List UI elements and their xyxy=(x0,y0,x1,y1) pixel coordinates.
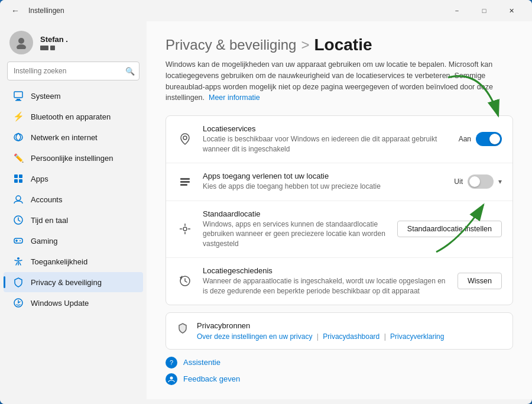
privacy-link-instellingen[interactable]: Over deze instellingen en uw privacy xyxy=(197,332,312,341)
feedback-icon xyxy=(166,373,177,385)
settings-section-main: Locatieservices Locatie is beschikbaar v… xyxy=(166,115,513,305)
locatieservices-toggle[interactable] xyxy=(476,132,502,146)
svg-rect-3 xyxy=(17,99,20,100)
search-icon: 🔍 xyxy=(125,67,135,76)
sidebar-item-label: Systeem xyxy=(31,92,61,101)
user-profile[interactable]: Stefan . xyxy=(0,21,147,62)
svg-rect-21 xyxy=(180,184,187,186)
apps-toegang-desc: Kies de apps die toegang hebben tot uw p… xyxy=(203,182,445,192)
maximize-button[interactable]: □ xyxy=(471,0,498,21)
breadcrumb-parent[interactable]: Privacy & beveiliging xyxy=(166,37,296,53)
svg-rect-2 xyxy=(14,92,22,98)
breadcrumb-separator: > xyxy=(301,37,309,53)
user-dots xyxy=(40,46,68,50)
bottom-links: ? Assistentie Feedback geven xyxy=(166,357,513,385)
sidebar-item-label: Privacy & beveiliging xyxy=(31,278,102,287)
sidebar-item-systeem[interactable]: Systeem xyxy=(4,86,143,106)
apps-toegang-text: Apps toegang verlenen tot uw locatie Kie… xyxy=(203,172,445,192)
persoonlijk-icon: ✏️ xyxy=(13,153,24,163)
main-layout: Stefan . 🔍 Sy xyxy=(0,21,532,404)
search-input[interactable] xyxy=(7,62,140,80)
privacy-card-icon xyxy=(177,322,189,337)
standaardlocatie-desc: Windows, apps en services kunnen de stan… xyxy=(203,219,388,249)
sidebar-item-label: Gaming xyxy=(31,237,58,245)
svg-point-15 xyxy=(20,240,21,241)
sidebar-item-label: Persoonlijke instellingen xyxy=(31,154,113,163)
sidebar-item-label: Apps xyxy=(31,174,48,183)
sidebar-item-accounts[interactable]: Accounts xyxy=(4,189,143,209)
locatiegeschiedenis-control: Wissen xyxy=(458,273,502,289)
minimize-button[interactable]: − xyxy=(443,0,471,21)
sidebar-item-persoonlijk[interactable]: ✏️ Persoonlijke instellingen xyxy=(4,148,143,168)
privacy-card: Privacybronnen Over deze instellingen en… xyxy=(166,312,513,350)
close-button[interactable]: ✕ xyxy=(498,0,525,21)
svg-rect-8 xyxy=(14,179,18,183)
page-title: Locatie xyxy=(314,35,372,54)
meer-informatie-link[interactable]: Meer informatie xyxy=(209,93,260,102)
toegankelijkheid-icon xyxy=(13,256,24,267)
svg-rect-9 xyxy=(19,179,22,183)
avatar xyxy=(9,31,33,54)
locatieservices-text: Locatieservices Locatie is beschikbaar v… xyxy=(203,124,449,154)
sidebar-item-wrapper-systeem: Systeem xyxy=(0,86,147,106)
locatiegeschiedenis-desc: Wanneer de apparaatlocatie is ingeschake… xyxy=(203,276,448,296)
apps-toegang-toggle[interactable] xyxy=(468,174,494,189)
window-controls: − □ ✕ xyxy=(443,0,525,21)
locatieservices-title: Locatieservices xyxy=(203,124,449,133)
locatieservices-toggle-label: Aan xyxy=(459,135,471,143)
wissen-button[interactable]: Wissen xyxy=(458,273,502,289)
locatiegeschiedenis-text: Locatiegeschiedenis Wanneer de apparaatl… xyxy=(203,266,448,296)
svg-rect-4 xyxy=(15,100,21,101)
apps-icon xyxy=(13,173,24,184)
privacy-card-title: Privacybronnen xyxy=(197,321,444,330)
sidebar-item-label: Windows Update xyxy=(31,299,89,308)
gaming-icon xyxy=(13,235,24,246)
assistentie-icon: ? xyxy=(166,357,177,369)
svg-point-22 xyxy=(183,227,187,231)
window-title: Instellingen xyxy=(28,7,443,15)
assistentie-link[interactable]: ? Assistentie xyxy=(166,357,513,369)
svg-point-28 xyxy=(170,376,173,379)
standaardlocatie-button[interactable]: Standaardlocatie instellen xyxy=(397,221,502,237)
sidebar-item-toegankelijkheid[interactable]: Toegankelijkheid xyxy=(4,251,143,272)
locatieservices-desc: Locatie is beschikbaar voor Windows en i… xyxy=(203,134,449,154)
svg-point-18 xyxy=(183,136,187,140)
locatiegeschiedenis-title: Locatiegeschiedenis xyxy=(203,266,448,275)
privacy-link-verklaring[interactable]: Privacyverklaring xyxy=(390,332,444,341)
sidebar-item-update[interactable]: Windows Update xyxy=(4,293,143,313)
svg-rect-19 xyxy=(180,178,190,180)
svg-point-16 xyxy=(17,257,20,260)
svg-rect-6 xyxy=(14,174,18,178)
apps-toegang-chevron[interactable]: ▾ xyxy=(498,177,502,186)
privacy-link-dashboard[interactable]: Privacydashboard xyxy=(323,332,379,341)
sidebar-item-gaming[interactable]: Gaming xyxy=(4,231,143,251)
standaardlocatie-control: Standaardlocatie instellen xyxy=(397,221,502,237)
locatiegeschiedenis-icon xyxy=(177,273,193,289)
breadcrumb: Privacy & beveiliging > Locatie xyxy=(166,35,513,54)
privacy-card-links: Over deze instellingen en uw privacy | P… xyxy=(197,332,444,341)
sidebar: Stefan . 🔍 Sy xyxy=(0,21,147,404)
apps-toegang-row: Apps toegang verlenen tot uw locatie Kie… xyxy=(166,163,512,201)
sidebar-item-label: Toegankelijkheid xyxy=(31,257,87,266)
locatieservices-icon xyxy=(177,131,193,147)
sidebar-item-tijd[interactable]: Tijd en taal xyxy=(4,210,143,230)
sidebar-item-apps[interactable]: Apps xyxy=(4,169,143,189)
netwerk-icon xyxy=(13,132,24,143)
back-button[interactable]: ← xyxy=(7,2,24,19)
apps-toegang-control: Uit ▾ xyxy=(454,174,502,189)
settings-window: ← Instellingen − □ ✕ Stefan . xyxy=(0,0,532,404)
content-area: Privacy & beveiliging > Locatie Windows … xyxy=(147,21,532,399)
svg-point-0 xyxy=(18,38,24,44)
toggle-thumb xyxy=(489,134,500,144)
locatiegeschiedenis-row: Locatiegeschiedenis Wanneer de apparaatl… xyxy=(166,258,512,305)
locatieservices-control: Aan xyxy=(459,132,502,146)
sidebar-nav: Systeem ⚡ Bluetooth en apparaten xyxy=(0,85,147,397)
sidebar-item-netwerk[interactable]: Netwerk en internet xyxy=(4,127,143,147)
sidebar-item-privacy[interactable]: Privacy & beveiliging xyxy=(4,272,143,292)
assistentie-label: Assistentie xyxy=(183,358,220,367)
feedback-link[interactable]: Feedback geven xyxy=(166,373,513,385)
apps-toegang-title: Apps toegang verlenen tot uw locatie xyxy=(203,172,445,180)
apps-toegang-icon xyxy=(177,173,193,190)
sidebar-item-bluetooth[interactable]: ⚡ Bluetooth en apparaten xyxy=(4,106,143,127)
sidebar-item-label: Tijd en taal xyxy=(31,216,68,225)
